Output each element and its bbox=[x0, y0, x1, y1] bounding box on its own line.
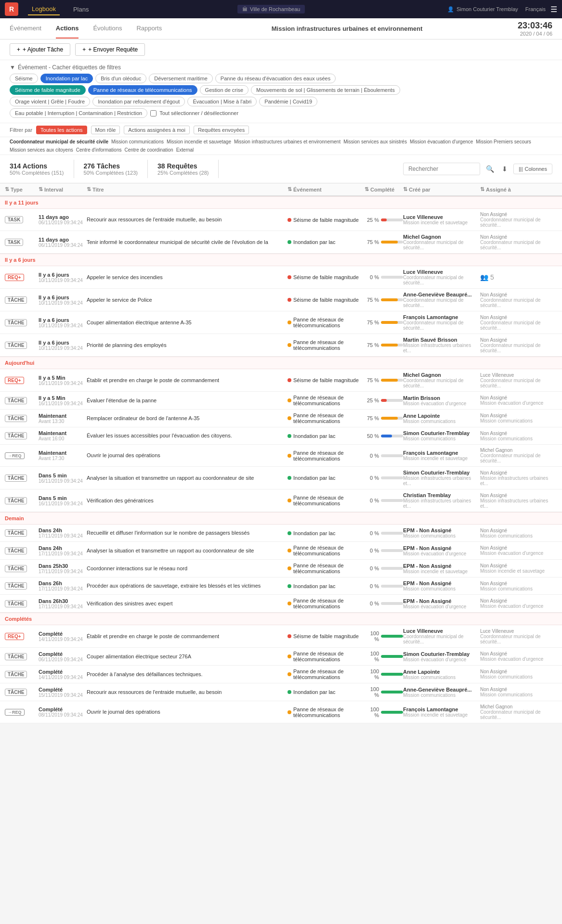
search-icon-button[interactable]: 🔍 bbox=[484, 163, 496, 175]
tab-evolutions[interactable]: Évolutions bbox=[93, 19, 122, 38]
section-1: Il y a 6 joursREQ+Il y a 6 jours10/11/20… bbox=[0, 254, 562, 357]
filter-assigned-to-me[interactable]: Actions assignées à moi bbox=[124, 126, 190, 134]
table-row[interactable]: TÂCHEDans 26h3017/11/2019 09:34:24Vérifi… bbox=[0, 595, 562, 613]
download-button[interactable]: ⬇ bbox=[500, 163, 510, 175]
table-row[interactable]: TÂCHEMaintenantAvant 13:30Remplacer ordi… bbox=[0, 410, 562, 427]
cell-created: Luce VilleneuveMission incendie et sauve… bbox=[403, 214, 480, 225]
tag-seisme-faible[interactable]: Séisme de faible magnitude bbox=[10, 85, 86, 95]
language-selector[interactable]: Français bbox=[525, 6, 546, 12]
table-row[interactable]: TÂCHEComplété15/11/2019 09:34:24Recourir… bbox=[0, 683, 562, 701]
col-titre[interactable]: ⇅ Titre bbox=[87, 186, 288, 192]
table-row[interactable]: TÂCHEIl y a 6 jours10/11/2019 09:34:24Co… bbox=[0, 311, 562, 334]
role-tag-0[interactable]: Coordonnateur municipal de sécurité civi… bbox=[10, 139, 108, 144]
table-row[interactable]: REQ+Il y a 5 Min16/11/2019 09:34:24Établ… bbox=[0, 369, 562, 392]
tag-maritime[interactable]: Déversement maritime bbox=[149, 74, 213, 83]
tab-rapports[interactable]: Rapports bbox=[136, 19, 162, 38]
table-row[interactable]: TASK11 days ago06/11/2019 09:34:24Tenir … bbox=[0, 231, 562, 254]
app-logo[interactable]: R bbox=[5, 2, 18, 16]
tag-evacuation[interactable]: Évacuation | Mise à l'abri bbox=[187, 97, 257, 106]
table-row[interactable]: →REQMaintenantAvant 17:30Ouvrir le journ… bbox=[0, 445, 562, 467]
created-name: Anne Lapointe bbox=[403, 413, 480, 419]
table-row[interactable]: TÂCHEIl y a 5 Min16/11/2019 09:34:24Éval… bbox=[0, 392, 562, 410]
filter-header[interactable]: ▼ Événement - Cacher étiquettes de filtr… bbox=[10, 64, 552, 71]
event-label: Panne de réseaux de télécommunications bbox=[293, 317, 365, 328]
columns-button[interactable]: ||| Colonnes bbox=[513, 164, 552, 174]
table-row[interactable]: REQ+Il y a 6 jours10/11/2019 09:34:24App… bbox=[0, 266, 562, 289]
tag-mouvements[interactable]: Mouvements de sol | Glissements de terra… bbox=[251, 85, 400, 95]
table-row[interactable]: TÂCHEDans 5 min16/11/2019 09:34:24Vérifi… bbox=[0, 489, 562, 512]
table-row[interactable]: TÂCHEMaintenantAvant 16:00Évaluer les is… bbox=[0, 427, 562, 445]
role-tag-3[interactable]: Mission infrastructures urbaines et envi… bbox=[234, 139, 340, 144]
table-row[interactable]: TÂCHEDans 25h3017/11/2019 09:34:24Coordo… bbox=[0, 560, 562, 578]
progress-pct: 0 % bbox=[365, 583, 379, 589]
table-row[interactable]: TÂCHEIl y a 6 jours10/11/2019 09:34:24Pr… bbox=[0, 334, 562, 357]
user-info[interactable]: 👤 Simon Couturier Tremblay bbox=[447, 6, 518, 13]
event-label: Panne de réseaux de télécommunications bbox=[293, 339, 365, 351]
table-row[interactable]: →REQComplété08/11/2019 09:34:24Ouvrir le… bbox=[0, 701, 562, 723]
tag-oleoducs[interactable]: Bris d'un oléoduc bbox=[95, 74, 146, 83]
progress-pct: 75 % bbox=[365, 415, 379, 421]
tag-seisme[interactable]: Séisme bbox=[10, 74, 38, 83]
col-complete[interactable]: ⇅ Complété bbox=[365, 186, 403, 192]
progress-pct: 0 % bbox=[365, 601, 379, 606]
search-input[interactable] bbox=[403, 163, 480, 175]
select-all-label[interactable]: Tout sélectionner / désélectionner bbox=[159, 110, 238, 116]
table-row[interactable]: REQ+Complété14/11/2019 09:34:24Établir e… bbox=[0, 625, 562, 648]
created-role: Mission communications bbox=[403, 586, 480, 591]
cell-created: Luce VilleneuveCoordonnateur municipal d… bbox=[403, 269, 480, 285]
role-tag-7[interactable]: Mission services aux citoyens bbox=[10, 147, 73, 153]
title-text: Ouvrir le journal des opérations bbox=[87, 708, 288, 715]
tag-panne-eaux[interactable]: Panne du réseau d'évacuation des eaux us… bbox=[215, 74, 336, 83]
type-badge: TÂCHE bbox=[5, 319, 27, 326]
send-request-button[interactable]: + + Envoyer Requête bbox=[75, 43, 145, 56]
title-text: Recueillir et diffuser l'information sur… bbox=[87, 529, 288, 536]
progress-bar-fill bbox=[381, 399, 387, 402]
tag-inondation[interactable]: Inondation par lac bbox=[40, 74, 93, 83]
role-tag-2[interactable]: Mission incendie et sauvetage bbox=[167, 139, 231, 144]
cell-created: Anne-Geneviève Beaupré...Mission communi… bbox=[403, 687, 480, 698]
filter-my-role[interactable]: Mon rôle bbox=[91, 126, 120, 134]
progress-pct: 100 % bbox=[365, 668, 379, 680]
nav-logbook[interactable]: Logbook bbox=[28, 3, 60, 15]
tag-inondation-egout[interactable]: Inondation par refoulement d'égout bbox=[92, 97, 185, 106]
filter-sent-requests[interactable]: Requêtes envoyées bbox=[194, 126, 249, 134]
role-tag-8[interactable]: Centre d'informations bbox=[76, 147, 122, 153]
tab-evenement[interactable]: Événement bbox=[10, 19, 41, 38]
table-row[interactable]: TÂCHEDans 26h17/11/2019 09:34:24Procéder… bbox=[0, 578, 562, 595]
role-tag-4[interactable]: Mission services aux sinistrés bbox=[343, 139, 407, 144]
event-label: Séisme de faible magnitude bbox=[293, 217, 359, 223]
tag-orage[interactable]: Orage violent | Grêle | Foudre bbox=[10, 97, 90, 106]
tag-pandemie[interactable]: Pandémie | Covid19 bbox=[259, 97, 317, 106]
tag-gestion[interactable]: Gestion de crise bbox=[200, 85, 248, 95]
tag-eau-potable[interactable]: Eau potable | Interruption | Contaminati… bbox=[10, 108, 147, 118]
role-tag-9[interactable]: Centre de coordination bbox=[124, 147, 173, 153]
table-row[interactable]: TASK11 days ago06/11/2019 09:34:24Recour… bbox=[0, 209, 562, 231]
col-cree[interactable]: ⇅ Créé par bbox=[403, 186, 480, 192]
created-name: Simon Couturier-Tremblay bbox=[403, 430, 480, 436]
col-assigne[interactable]: ⇅ Assigné à bbox=[480, 186, 557, 192]
table-row[interactable]: TÂCHEDans 24h17/11/2019 09:34:24Analyser… bbox=[0, 542, 562, 560]
table-row[interactable]: TÂCHEDans 5 min16/11/2019 09:34:24Analys… bbox=[0, 467, 562, 489]
nav-plans[interactable]: Plans bbox=[69, 4, 93, 15]
col-type[interactable]: ⇅ Type bbox=[5, 186, 39, 192]
type-badge: TÂCHE bbox=[5, 296, 27, 304]
cell-progress: 0 % bbox=[365, 274, 403, 280]
col-interval[interactable]: ⇅ Interval bbox=[39, 186, 87, 192]
add-task-button[interactable]: + + Ajouter Tâche bbox=[10, 43, 70, 56]
table-row[interactable]: TÂCHEIl y a 6 jours10/11/2019 09:34:24Ap… bbox=[0, 289, 562, 311]
select-all-checkbox[interactable] bbox=[150, 110, 157, 116]
cell-type: TÂCHE bbox=[5, 565, 39, 572]
role-tag-6[interactable]: Mission Premiers secours bbox=[476, 139, 531, 144]
role-tag-10[interactable]: External bbox=[176, 147, 194, 153]
hamburger-menu[interactable]: ☰ bbox=[550, 5, 557, 14]
tag-panne-telecom[interactable]: Panne de réseaux de télécommunications bbox=[88, 85, 197, 95]
role-tag-1[interactable]: Mission communications bbox=[111, 139, 164, 144]
col-evenement[interactable]: ⇅ Événement bbox=[288, 186, 365, 192]
table-row[interactable]: TÂCHEDans 24h17/11/2019 09:34:24Recueill… bbox=[0, 525, 562, 542]
tab-actions[interactable]: Actions bbox=[56, 19, 79, 38]
table-row[interactable]: TÂCHEComplété14/11/2019 09:34:24Procéder… bbox=[0, 666, 562, 683]
cell-assigned: Non AssignéMission communications bbox=[480, 413, 557, 424]
table-row[interactable]: TÂCHEComplété06/11/2019 09:34:24Couper a… bbox=[0, 648, 562, 666]
role-tag-5[interactable]: Mission évacuation d'urgence bbox=[410, 139, 473, 144]
filter-all-actions[interactable]: Toutes les actions bbox=[36, 126, 87, 134]
